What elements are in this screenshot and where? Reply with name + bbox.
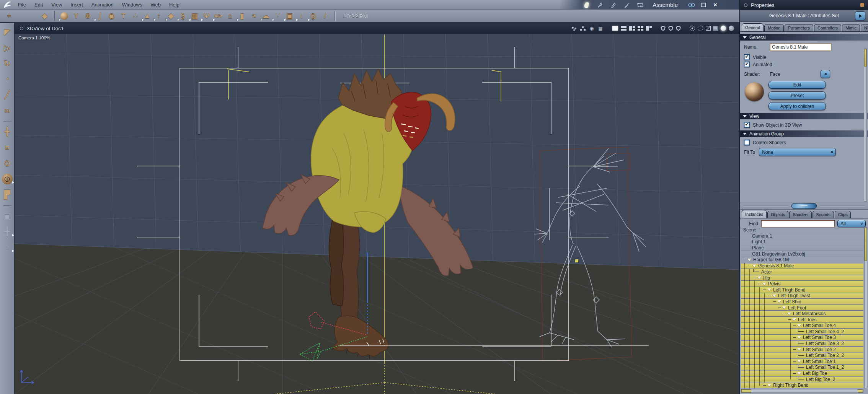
cube-wire-icon[interactable]: [706, 26, 711, 31]
cube-solid-icon[interactable]: [713, 26, 718, 31]
shield-person-icon[interactable]: [668, 26, 673, 31]
tree-row[interactable]: Scene: [741, 227, 863, 233]
eyedropper-tool-icon[interactable]: [2, 90, 13, 100]
layout-corner-icon[interactable]: [646, 26, 652, 31]
browser-tab[interactable]: Sounds: [813, 211, 834, 218]
expand-arrow-icon[interactable]: [787, 313, 791, 315]
wrench-tool-icon[interactable]: [27, 11, 38, 21]
expand-arrow-icon[interactable]: [767, 288, 771, 291]
tool-icon[interactable]: [3, 205, 11, 206]
insert-camera-icon[interactable]: ▣: [284, 11, 295, 21]
sphere-dotted-icon[interactable]: [698, 26, 703, 31]
insert-ocean-icon[interactable]: ≈: [248, 11, 259, 21]
expand-arrow-icon[interactable]: [797, 336, 801, 339]
camera-hud-icon[interactable]: [589, 26, 595, 31]
layout-quad-icon[interactable]: [638, 26, 643, 31]
show-object-checkbox[interactable]: [744, 122, 750, 128]
tree-scrollbar-vertical[interactable]: [864, 227, 867, 388]
properties-scrollbar[interactable]: [864, 49, 867, 202]
expand-arrow-icon[interactable]: [797, 372, 801, 375]
scale-tool-icon[interactable]: [2, 74, 13, 85]
panel-collapse-icon[interactable]: [744, 3, 747, 7]
expand-arrow-icon[interactable]: [757, 277, 761, 279]
find-filter-dropdown[interactable]: All «: [837, 220, 866, 227]
maximize-button[interactable]: [700, 2, 707, 8]
sphere-textured-icon[interactable]: [729, 26, 734, 31]
panel-forward-button[interactable]: [855, 11, 865, 20]
scene-canvas[interactable]: [15, 34, 739, 394]
shader-action-button[interactable]: Preset: [768, 91, 826, 99]
spheres-cluster-icon[interactable]: [571, 26, 577, 31]
menu-item[interactable]: Help: [165, 2, 184, 8]
select-tool-icon[interactable]: [2, 27, 13, 37]
scrollbar-thumb[interactable]: [865, 228, 867, 261]
dolly-camera-icon[interactable]: [2, 142, 13, 153]
scrollbar-thumb[interactable]: [858, 389, 863, 392]
expand-arrow-icon[interactable]: [792, 318, 796, 321]
atom-grid-icon[interactable]: [597, 26, 604, 31]
browser-tab[interactable]: Objects: [767, 211, 788, 218]
menu-item[interactable]: File: [14, 2, 30, 8]
tree-row[interactable]: G81 Dragovinian Lv2b.obj: [741, 251, 863, 257]
shader-action-button[interactable]: Edit: [768, 81, 826, 89]
insert-text-icon[interactable]: T: [118, 11, 129, 21]
circle-up-icon[interactable]: [690, 26, 695, 31]
fit-to-dropdown[interactable]: None «: [759, 148, 836, 156]
tree-row[interactable]: Pelvis: [741, 281, 863, 287]
menu-item[interactable]: Edit: [30, 2, 47, 8]
insert-sphere-icon[interactable]: [59, 11, 70, 21]
insert-light-icon[interactable]: ↓: [296, 11, 307, 21]
insert-bone-icon[interactable]: /: [320, 11, 331, 21]
texture-room-pen-icon[interactable]: [609, 1, 618, 9]
model-room-wrench-icon[interactable]: [596, 1, 604, 9]
properties-tab[interactable]: Mimic: [842, 24, 860, 31]
tool-icon[interactable]: [3, 121, 11, 122]
insert-terrain-checker-icon[interactable]: ▦: [189, 11, 200, 21]
expand-arrow-icon[interactable]: [752, 265, 756, 267]
properties-tab[interactable]: Parameters: [785, 24, 813, 31]
insert-cone-icon[interactable]: ◉: [106, 11, 117, 21]
section-header-animation-group[interactable]: Animation Group: [740, 130, 868, 137]
insert-tree-icon[interactable]: ↑: [153, 11, 165, 21]
expand-arrow-icon[interactable]: [747, 259, 751, 261]
eye-icon[interactable]: [688, 2, 695, 8]
find-input[interactable]: [761, 220, 835, 227]
tree-scrollbar-horizontal[interactable]: [741, 389, 863, 393]
viewport-tab[interactable]: 3DView of Doc1: [15, 26, 69, 31]
insert-terrain-icon[interactable]: ▲: [142, 11, 153, 21]
insert-vertex-object-icon[interactable]: Y: [70, 11, 82, 21]
bone-chain-tool-icon[interactable]: +: [3, 11, 15, 21]
pan-camera-icon[interactable]: [2, 127, 13, 137]
section-header-view[interactable]: View: [740, 113, 868, 119]
layout-single-icon[interactable]: [612, 26, 618, 31]
insert-rock-icon[interactable]: ◆: [165, 11, 176, 21]
move-tool-icon[interactable]: [2, 42, 13, 53]
tree-row[interactable]: Camera 1: [741, 233, 863, 239]
properties-tab[interactable]: Motion: [764, 24, 784, 31]
3d-viewport[interactable]: Camera 1 100%: [15, 34, 739, 394]
rotate-tool-icon[interactable]: [2, 58, 13, 69]
expand-arrow-icon[interactable]: [797, 324, 801, 327]
render-camera-icon[interactable]: [2, 211, 13, 221]
hierarchy-icon[interactable]: [580, 26, 586, 31]
scrollbar-thumb[interactable]: [741, 389, 751, 392]
properties-tab[interactable]: General: [742, 23, 764, 31]
panel-menu-icon[interactable]: [860, 3, 864, 7]
insert-spline-icon[interactable]: ∫: [94, 11, 105, 21]
hand-tool-icon[interactable]: [15, 11, 26, 21]
shader-thumbnail[interactable]: [745, 82, 764, 101]
shader-action-button[interactable]: Apply to children: [768, 102, 826, 110]
sphere-white-icon[interactable]: [721, 26, 726, 31]
menu-item[interactable]: Insert: [66, 2, 87, 8]
scrollbar-thumb[interactable]: [864, 49, 866, 67]
insert-target-icon[interactable]: ◎: [308, 11, 319, 21]
insert-cloud-icon[interactable]: ☁: [260, 11, 271, 21]
storyboard-room-brush-icon[interactable]: [623, 1, 631, 9]
visible-checkbox[interactable]: [744, 54, 750, 60]
panel-splitter-handle[interactable]: [791, 203, 817, 209]
browser-tab[interactable]: Instances: [742, 210, 767, 218]
insert-spray-icon[interactable]: ∵: [272, 11, 283, 21]
viewport-icon[interactable]: [684, 26, 687, 31]
corner-view-icon[interactable]: [2, 189, 13, 200]
render-room-film-icon[interactable]: [636, 1, 644, 9]
